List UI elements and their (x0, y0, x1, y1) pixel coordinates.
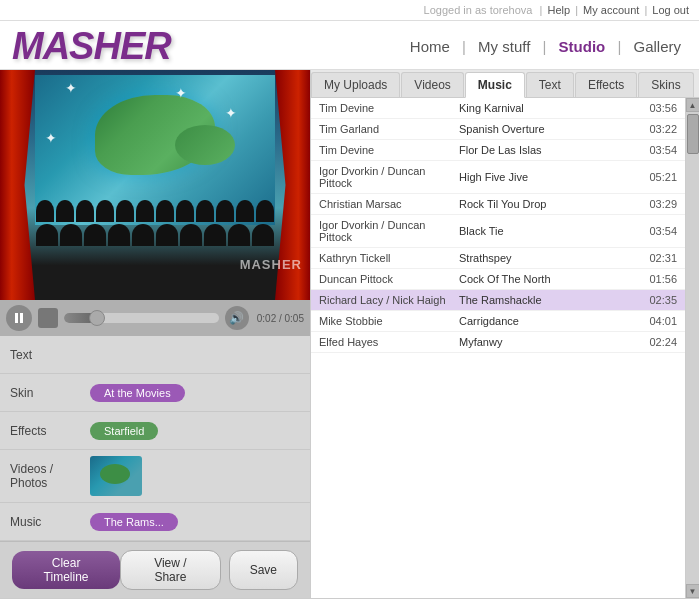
pause-button[interactable] (6, 305, 32, 331)
tab-text[interactable]: Text (526, 72, 574, 97)
music-title: The Ramshackle (459, 294, 642, 306)
music-artist: Tim Devine (319, 102, 459, 114)
video-watermark: MASHER (240, 257, 302, 272)
music-item[interactable]: Tim DevineFlor De Las Islas03:54 (311, 140, 685, 161)
seat (84, 224, 106, 246)
top-bar: Logged in as torehova | Help | My accoun… (0, 0, 699, 21)
stop-button[interactable] (38, 308, 58, 328)
music-duration: 02:35 (642, 294, 677, 306)
music-artist: Tim Garland (319, 123, 459, 135)
seat (136, 200, 154, 222)
tab-skins[interactable]: Skins (638, 72, 693, 97)
scroll-track[interactable] (686, 112, 700, 584)
nav-gallery[interactable]: Gallery (633, 38, 681, 55)
view-share-button[interactable]: View / Share (120, 550, 221, 590)
logout-link[interactable]: Log out (652, 4, 689, 16)
tab-my-uploads[interactable]: My Uploads (311, 72, 400, 97)
music-value-button[interactable]: The Rams... (90, 513, 178, 531)
video-scene: ✦ ✦ ✦ ✦ (0, 70, 310, 300)
right-actions: View / Share Save (120, 550, 298, 590)
music-duration: 01:56 (642, 273, 677, 285)
scroll-down-button[interactable]: ▼ (686, 584, 700, 598)
skin-value-button[interactable]: At the Movies (90, 384, 185, 402)
seat (116, 200, 134, 222)
music-title: King Karnival (459, 102, 642, 114)
seat (156, 200, 174, 222)
music-artist: Elfed Hayes (319, 336, 459, 348)
left-panel: ✦ ✦ ✦ ✦ (0, 70, 310, 598)
tab-videos[interactable]: Videos (401, 72, 463, 97)
island-small (175, 125, 235, 165)
thumbnail-island (100, 464, 130, 484)
seat (252, 224, 274, 246)
logged-in-text: Logged in as torehova (424, 4, 533, 16)
video-player: ✦ ✦ ✦ ✦ (0, 70, 310, 300)
music-item[interactable]: Igor Dvorkin / Duncan PittockHigh Five J… (311, 161, 685, 194)
seat (180, 224, 202, 246)
music-title: Carrigdance (459, 315, 642, 327)
logo-text: MASHER (12, 25, 171, 67)
music-item[interactable]: Kathryn TickellStrathspey02:31 (311, 248, 685, 269)
seat (108, 224, 130, 246)
music-item[interactable]: Igor Dvorkin / Duncan PittockBlack Tie03… (311, 215, 685, 248)
progress-bar[interactable] (64, 313, 219, 323)
tab-effects[interactable]: Effects (575, 72, 637, 97)
text-row: Text (0, 336, 310, 374)
volume-button[interactable]: 🔊 (225, 306, 249, 330)
video-thumbnail[interactable] (90, 456, 142, 496)
pause-icon (14, 312, 24, 324)
effects-value-button[interactable]: Starfield (90, 422, 158, 440)
music-duration: 04:01 (642, 315, 677, 327)
content-area: ✦ ✦ ✦ ✦ (0, 70, 699, 598)
sparkle1: ✦ (65, 80, 77, 96)
music-duration: 03:56 (642, 102, 677, 114)
music-duration: 03:54 (642, 144, 677, 156)
music-item[interactable]: Richard Lacy / Nick HaighThe Ramshackle0… (311, 290, 685, 311)
music-item[interactable]: Christian MarsacRock Til You Drop03:29 (311, 194, 685, 215)
music-item[interactable]: Elfed HayesMyfanwy02:24 (311, 332, 685, 353)
music-title: Rock Til You Drop (459, 198, 642, 210)
properties-panel: Text Skin At the Movies Effects Starfiel… (0, 336, 310, 541)
seat (196, 200, 214, 222)
help-link[interactable]: Help (547, 4, 570, 16)
music-duration: 02:24 (642, 336, 677, 348)
nav-studio[interactable]: Studio (559, 38, 606, 55)
my-account-link[interactable]: My account (583, 4, 639, 16)
clear-timeline-button[interactable]: Clear Timeline (12, 551, 120, 589)
tab-music[interactable]: Music (465, 72, 525, 98)
scroll-up-button[interactable]: ▲ (686, 98, 700, 112)
nav-my-stuff[interactable]: My stuff (478, 38, 530, 55)
sparkle2: ✦ (175, 85, 187, 101)
text-label: Text (10, 348, 90, 362)
music-item[interactable]: Tim DevineKing Karnival03:56 (311, 98, 685, 119)
videos-row: Videos / Photos (0, 450, 310, 503)
music-row: Music The Rams... (0, 503, 310, 541)
save-button[interactable]: Save (229, 550, 298, 590)
progress-knob[interactable] (89, 310, 105, 326)
music-title: Spanish Overture (459, 123, 642, 135)
scrollbar: ▲ ▼ (685, 98, 699, 598)
sep2: | (575, 4, 578, 16)
scroll-thumb[interactable] (687, 114, 699, 154)
sep3: | (644, 4, 647, 16)
music-artist: Tim Devine (319, 144, 459, 156)
seat (60, 224, 82, 246)
nav-home[interactable]: Home (410, 38, 450, 55)
music-list: Tim DevineKing Karnival03:56Tim GarlandS… (311, 98, 685, 598)
logo: MASHER (12, 27, 171, 65)
music-artist: Duncan Pittock (319, 273, 459, 285)
effects-row: Effects Starfield (0, 412, 310, 450)
music-item[interactable]: Tim GarlandSpanish Overture03:22 (311, 119, 685, 140)
skin-row: Skin At the Movies (0, 374, 310, 412)
music-artist: Igor Dvorkin / Duncan Pittock (319, 219, 459, 243)
seat (204, 224, 226, 246)
seat (36, 200, 54, 222)
sparkle3: ✦ (225, 105, 237, 121)
music-title: Black Tie (459, 225, 642, 237)
seat (132, 224, 154, 246)
music-item[interactable]: Duncan PittockCock Of The North01:56 (311, 269, 685, 290)
seat (256, 200, 274, 222)
music-title: Flor De Las Islas (459, 144, 642, 156)
main-nav: Home | My stuff | Studio | Gallery (404, 38, 687, 55)
music-item[interactable]: Mike StobbieCarrigdance04:01 (311, 311, 685, 332)
